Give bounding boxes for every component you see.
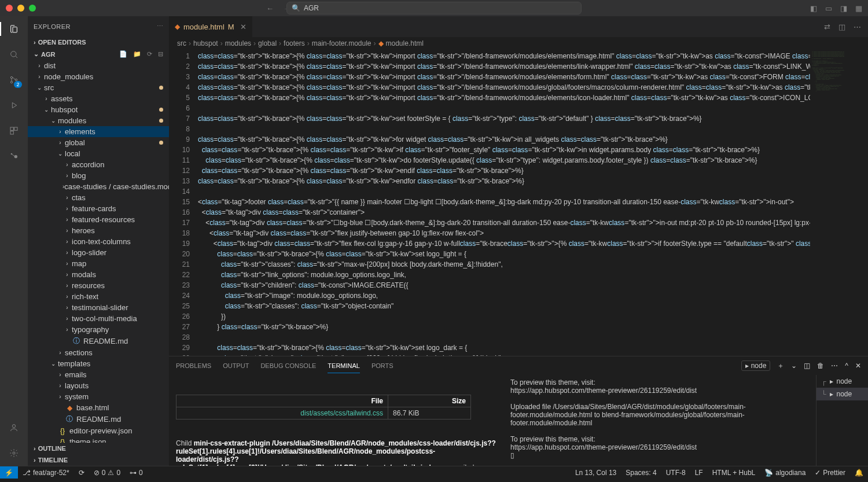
editor-pane[interactable]: 1234567891011121314151617181920212223242… [169, 50, 868, 356]
split-editor-icon[interactable]: ◫ [838, 23, 845, 31]
problems-status[interactable]: ⊘0 ⚠0 [89, 469, 125, 477]
folder-item[interactable]: ›map [28, 258, 169, 269]
eol[interactable]: LF [690, 469, 708, 477]
file-item[interactable]: ⓘREADME.md [28, 335, 169, 347]
remote-indicator[interactable]: ⚡ [0, 466, 18, 479]
terminal-list-item[interactable]: └▸node [816, 388, 868, 400]
folder-item[interactable]: ›feature-cards [28, 203, 169, 214]
scm-activity-icon[interactable]: 2 [7, 73, 21, 87]
sync-button[interactable]: ⟳ [74, 469, 89, 477]
more-actions-icon[interactable]: ⋯ [854, 23, 861, 31]
breadcrumb-segment[interactable]: modules [225, 39, 251, 47]
file-item[interactable]: {}editor-preview.json [28, 425, 169, 436]
notifications-icon[interactable]: 🔔 [850, 469, 868, 477]
nav-back-icon[interactable]: ← [266, 4, 274, 13]
ports-status[interactable]: ⊶0 [125, 469, 148, 477]
panel-tab-ports[interactable]: PORTS [372, 359, 393, 373]
terminal-list-item[interactable]: ┌▸node [816, 375, 868, 388]
breadcrumb-segment[interactable]: global [258, 39, 277, 47]
open-editors-section[interactable]: ›OPEN EDITORS [28, 36, 169, 48]
explorer-more-icon[interactable]: ⋯ [157, 23, 164, 30]
folder-item[interactable]: ›elements [28, 126, 169, 137]
breadcrumb-segment[interactable]: hubspot [193, 39, 218, 47]
folder-item[interactable]: ⌄templates [28, 358, 169, 369]
close-window-button[interactable] [6, 5, 13, 12]
new-terminal-icon[interactable]: ＋ [777, 361, 784, 371]
folder-item[interactable]: ›heroes [28, 225, 169, 236]
timeline-section[interactable]: ›TIMELINE [28, 454, 169, 466]
terminal-split-dropdown-icon[interactable]: ⌄ [791, 362, 797, 370]
extensions-activity-icon[interactable] [7, 124, 21, 138]
minimize-window-button[interactable] [17, 5, 24, 12]
panel-tab-output[interactable]: OUTPUT [223, 359, 249, 373]
maximize-window-button[interactable] [29, 5, 36, 12]
search-activity-icon[interactable] [7, 47, 21, 61]
live-share[interactable]: 📡algodiana [760, 469, 810, 477]
folder-item[interactable]: ›rich-text [28, 291, 169, 302]
panel-more-icon[interactable]: ⋯ [831, 362, 838, 370]
folder-item[interactable]: ›featured-resources [28, 214, 169, 225]
command-center-search[interactable]: 🔍 AGR [286, 2, 582, 14]
folder-item[interactable]: ›logo-slider [28, 247, 169, 258]
file-item[interactable]: ◆base.html [28, 402, 169, 413]
accounts-activity-icon[interactable] [7, 421, 21, 435]
split-terminal-icon[interactable]: ◫ [804, 362, 810, 370]
folder-item[interactable]: ›icon-text-columns [28, 236, 169, 247]
cursor-position[interactable]: Ln 13, Col 13 [571, 469, 621, 477]
terminal-output-right[interactable]: To preview this theme, visit: https://ap… [503, 375, 816, 466]
close-panel-icon[interactable]: ✕ [855, 362, 861, 370]
breadcrumb[interactable]: src›hubspot›modules›global›footers›main-… [169, 37, 868, 50]
collapse-icon[interactable]: ⊟ [158, 50, 163, 58]
terminal-output-left[interactable]: FileSize dist/assets/css/tailwind.css86.… [169, 375, 503, 466]
panel-tab-debug-console[interactable]: DEBUG CONSOLE [260, 359, 316, 373]
code-content[interactable]: class=class="tk-str">"tk-brace">{% class… [198, 50, 810, 356]
refresh-icon[interactable]: ⟳ [147, 50, 152, 58]
folder-item[interactable]: ›node_modules [28, 71, 169, 82]
file-item[interactable]: ⓘREADME.md [28, 413, 169, 425]
breadcrumb-segment[interactable]: src [177, 39, 186, 47]
folder-item[interactable]: ›dist [28, 60, 169, 71]
workspace-root-section[interactable]: ⌄AGR 📄 📁 ⟳ ⊟ [28, 48, 169, 60]
folder-item[interactable]: ›typography [28, 324, 169, 335]
layout-panel-icon[interactable]: ▭ [825, 4, 832, 13]
folder-item[interactable]: ›emails [28, 369, 169, 380]
terminal-dropdown[interactable]: ▸node [741, 360, 771, 371]
indentation[interactable]: Spaces: 4 [621, 469, 661, 477]
settings-activity-icon[interactable] [7, 446, 21, 460]
folder-item[interactable]: ⌄src [28, 82, 169, 93]
tab-module-html[interactable]: ◆ module.html M ✕ [169, 16, 253, 37]
language-mode[interactable]: HTML + HubL [708, 469, 760, 477]
close-tab-icon[interactable]: ✕ [240, 23, 247, 31]
breadcrumb-segment[interactable]: footers [284, 39, 305, 47]
new-folder-icon[interactable]: 📁 [133, 50, 141, 58]
folder-item[interactable]: ›accordion [28, 159, 169, 170]
folder-item[interactable]: ›layouts [28, 380, 169, 391]
folder-item[interactable]: ›two-col-multi-media [28, 313, 169, 324]
git-branch[interactable]: ⎇feat/agr-52* [18, 469, 74, 477]
folder-item[interactable]: ⌄modules [28, 115, 169, 126]
folder-item[interactable]: ⌄hubspot [28, 104, 169, 115]
folder-item[interactable]: ›system [28, 391, 169, 402]
folder-item[interactable]: ›assets [28, 93, 169, 104]
layout-customize-icon[interactable]: ▦ [855, 4, 862, 13]
folder-item[interactable]: ›resources [28, 280, 169, 291]
layout-sidebar-left-icon[interactable]: ◧ [810, 4, 817, 13]
layout-sidebar-right-icon[interactable]: ◨ [840, 4, 847, 13]
folder-item[interactable]: ›modals [28, 269, 169, 280]
encoding[interactable]: UTF-8 [661, 469, 690, 477]
maximize-panel-icon[interactable]: ^ [845, 362, 848, 370]
breadcrumb-segment[interactable]: main-footer.module [312, 39, 372, 47]
kill-terminal-icon[interactable]: 🗑 [817, 362, 824, 370]
folder-item[interactable]: ›global [28, 137, 169, 148]
folder-item[interactable]: ›sections [28, 347, 169, 358]
outline-section[interactable]: ›OUTLINE [28, 443, 169, 454]
debug-activity-icon[interactable] [7, 98, 21, 112]
minimap[interactable]: {% import "/blend-framework/modules/elem… [810, 50, 868, 356]
compare-changes-icon[interactable]: ⇄ [824, 23, 830, 31]
breadcrumb-segment[interactable]: module.html [386, 39, 424, 47]
panel-tab-problems[interactable]: PROBLEMS [176, 359, 211, 373]
new-file-icon[interactable]: 📄 [119, 50, 127, 58]
folder-item[interactable]: ⌄local [28, 148, 169, 159]
hubspot-activity-icon[interactable] [7, 149, 21, 163]
file-item[interactable]: {}theme.json [28, 436, 169, 443]
